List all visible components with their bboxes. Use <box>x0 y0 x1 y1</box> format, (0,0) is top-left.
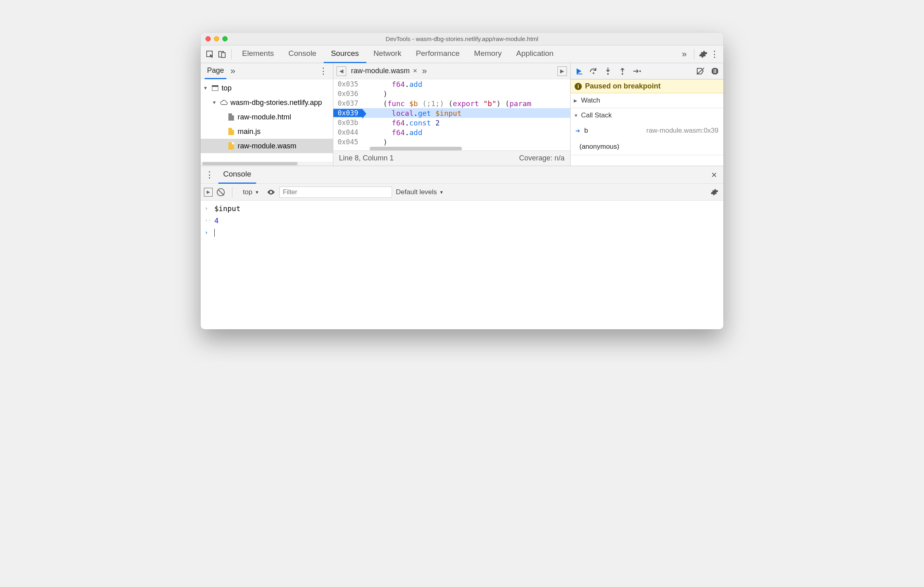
tab-elements[interactable]: Elements <box>235 45 281 63</box>
tree-row-domain[interactable]: ▼ wasm-dbg-stories.netlify.app <box>201 95 333 110</box>
code-text: local.get $input <box>362 109 462 117</box>
console-input[interactable] <box>214 228 215 237</box>
drawer-kebab-icon[interactable]: ⋮ <box>204 169 215 181</box>
line-gutter[interactable]: 0x035 <box>333 80 362 88</box>
chevron-down-icon: ▼ <box>439 190 444 195</box>
line-gutter[interactable]: 0x03b <box>333 119 362 127</box>
console-text: 4 <box>214 216 219 225</box>
editor-horizontal-scrollbar[interactable] <box>333 147 570 150</box>
callstack-frame[interactable]: (anonymous) <box>571 139 723 155</box>
file-icon <box>228 128 234 135</box>
more-tabs-chevron-icon[interactable]: » <box>678 49 691 60</box>
chevron-right-icon: ▶ <box>574 98 579 103</box>
tree-file-row[interactable]: raw-module.wasm <box>201 139 333 153</box>
watch-section-toggle[interactable]: ▶ Watch <box>571 93 723 108</box>
titlebar: DevTools - wasm-dbg-stories.netlify.app/… <box>201 33 723 45</box>
line-gutter[interactable]: 0x039 <box>333 109 362 117</box>
log-levels-selector[interactable]: Default levels ▼ <box>396 188 444 196</box>
code-line[interactable]: 0x03b f64.const 2 <box>333 118 570 127</box>
editor-pane: ◀ raw-module.wasm × » ▶ 0x035 f64.add0x0… <box>333 63 571 166</box>
cursor-position: Line 8, Column 1 <box>339 154 394 162</box>
code-line[interactable]: 0x035 f64.add <box>333 79 570 89</box>
levels-label: Default levels <box>396 188 437 196</box>
settings-gear-icon[interactable] <box>698 49 709 60</box>
cloud-icon <box>220 99 228 107</box>
tab-application[interactable]: Application <box>509 45 561 63</box>
file-tree: ▼ top ▼ wasm-dbg-stories.netlify.app raw… <box>201 79 333 162</box>
editor-more-chevron-icon[interactable]: » <box>422 66 427 76</box>
line-gutter[interactable]: 0x045 <box>333 138 362 146</box>
code-text: f64.const 2 <box>362 119 440 127</box>
step-into-icon[interactable] <box>604 67 612 76</box>
code-line[interactable]: 0x037 (func $b (;1;) (export "b") (param <box>333 99 570 108</box>
code-text: ) <box>362 90 388 98</box>
code-line[interactable]: 0x045 ) <box>333 137 570 147</box>
svg-point-4 <box>607 73 609 75</box>
step-over-icon[interactable] <box>589 67 598 76</box>
tree-label: wasm-dbg-stories.netlify.app <box>230 99 322 107</box>
file-icon <box>228 113 234 121</box>
console-output[interactable]: ›$input‹·4› <box>201 201 723 329</box>
code-line[interactable]: 0x039 local.get $input <box>333 108 570 118</box>
file-label: raw-module.wasm <box>238 142 296 150</box>
toggle-debugger-icon[interactable]: ▶ <box>557 66 567 76</box>
editor-tab[interactable]: raw-module.wasm × <box>349 67 419 75</box>
debugger-toolbar <box>571 63 723 79</box>
callstack-frame[interactable]: ➔braw-module.wasm:0x39 <box>571 123 723 139</box>
navigator-kebab-icon[interactable]: ⋮ <box>318 66 329 77</box>
code-text: f64.add <box>362 128 422 137</box>
svg-rect-2 <box>222 53 225 57</box>
code-line[interactable]: 0x036 ) <box>333 89 570 99</box>
line-gutter[interactable]: 0x037 <box>333 99 362 107</box>
context-selector[interactable]: top ▼ <box>240 187 263 198</box>
code-editor[interactable]: 0x035 f64.add0x036 )0x037 (func $b (;1;)… <box>333 79 570 147</box>
live-expression-icon[interactable] <box>267 189 275 195</box>
execution-context-icon[interactable]: ▶ <box>204 188 213 197</box>
input-chevron-icon: › <box>205 205 210 211</box>
current-frame-arrow-icon: ➔ <box>575 127 580 134</box>
svg-point-3 <box>593 72 594 74</box>
navigator-pane: Page » ⋮ ▼ top ▼ wasm-dbg-stories.netlif… <box>201 63 333 166</box>
editor-tab-label: raw-module.wasm <box>351 67 410 75</box>
close-tab-icon[interactable]: × <box>413 67 417 75</box>
step-icon[interactable] <box>632 67 641 76</box>
line-gutter[interactable]: 0x036 <box>333 90 362 98</box>
console-output-row: ‹·4 <box>201 214 723 226</box>
tree-file-row[interactable]: main.js <box>201 124 333 139</box>
filter-input[interactable] <box>279 187 392 198</box>
tab-sources[interactable]: Sources <box>324 45 366 63</box>
coverage-status: Coverage: n/a <box>519 154 565 162</box>
callstack-section-toggle[interactable]: ▼ Call Stack <box>571 108 723 123</box>
navigator-more-chevron-icon[interactable]: » <box>230 66 235 76</box>
console-drawer: ⋮ Console × ▶ top ▼ Default levels ▼ <box>201 166 723 329</box>
toggle-navigator-icon[interactable]: ◀ <box>337 66 346 76</box>
tree-row-top[interactable]: ▼ top <box>201 81 333 95</box>
close-drawer-icon[interactable]: × <box>708 169 720 181</box>
step-out-icon[interactable] <box>618 67 627 76</box>
navigator-page-tab[interactable]: Page <box>205 63 226 79</box>
line-gutter[interactable]: 0x044 <box>333 128 362 136</box>
horizontal-scrollbar[interactable] <box>201 162 333 166</box>
kebab-menu-icon[interactable]: ⋮ <box>709 49 720 60</box>
tree-file-row[interactable]: raw-module.html <box>201 110 333 124</box>
device-toggle-icon[interactable] <box>216 48 228 60</box>
tab-network[interactable]: Network <box>366 45 409 63</box>
tab-console[interactable]: Console <box>281 45 324 63</box>
tab-performance[interactable]: Performance <box>409 45 467 63</box>
code-line[interactable]: 0x044 f64.add <box>333 127 570 137</box>
console-text: $input <box>214 204 240 213</box>
inspect-icon[interactable] <box>204 48 216 60</box>
console-tab[interactable]: Console <box>218 166 256 184</box>
code-text: (func $b (;1;) (export "b") (param <box>362 99 531 108</box>
console-settings-gear-icon[interactable] <box>709 187 720 198</box>
paused-banner: i Paused on breakpoint <box>571 79 723 93</box>
console-input-row: ›$input <box>201 202 723 214</box>
console-prompt[interactable]: › <box>201 226 723 238</box>
file-icon <box>228 142 234 150</box>
frame-location: raw-module.wasm:0x39 <box>646 127 719 135</box>
clear-console-icon[interactable] <box>217 188 225 196</box>
pause-on-exceptions-icon[interactable] <box>710 67 719 76</box>
tab-memory[interactable]: Memory <box>467 45 509 63</box>
resume-icon[interactable] <box>575 67 583 76</box>
deactivate-breakpoints-icon[interactable] <box>696 67 705 76</box>
